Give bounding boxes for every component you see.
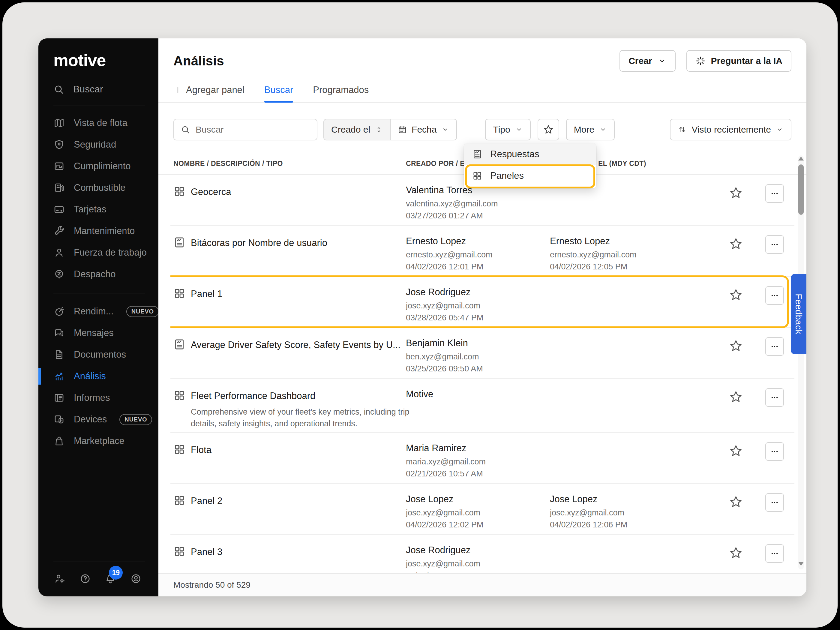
- sidebar-item-label: Fuerza de trabajo: [74, 247, 147, 258]
- favorite-star-button[interactable]: [729, 495, 743, 509]
- sidebar-item-combustible[interactable]: Combustible: [38, 177, 158, 199]
- row-actions-button[interactable]: [765, 388, 784, 407]
- modifier-name: Jose Lopez: [550, 494, 679, 505]
- card-icon: [54, 204, 65, 215]
- row-actions-button[interactable]: [765, 544, 784, 563]
- sidebar-item-mantenimiento[interactable]: Mantenimiento: [38, 220, 158, 242]
- creator-email: jose.xyz@gmail.com: [406, 508, 535, 518]
- help-icon[interactable]: [79, 573, 91, 584]
- favorite-star-button[interactable]: [729, 339, 743, 353]
- row-description: Comprehensive view of your fleet's key m…: [191, 406, 413, 429]
- created-date: 02/21/2026 10:57 AM: [406, 469, 535, 478]
- table-row-panel-2[interactable]: Panel 2 Jose Lopez jose.xyz@gmail.com 04…: [171, 483, 794, 535]
- search-icon: [54, 84, 64, 95]
- sidebar-item-vista-de-flota[interactable]: Vista de flota: [38, 112, 158, 134]
- ellipsis-icon: [770, 342, 779, 351]
- favorites-filter-button[interactable]: [538, 119, 559, 141]
- vertical-scrollbar[interactable]: [798, 155, 804, 569]
- created-date: 04/02/2026 12:02 PM: [406, 520, 535, 529]
- table-row-flota[interactable]: Flota Maria Ramirez maria.xyz@gmail.com …: [171, 433, 794, 483]
- favorite-star-button[interactable]: [729, 288, 743, 302]
- modified-date: 04/02/2026 12:05 PM: [550, 262, 679, 272]
- plus-icon: [174, 85, 182, 95]
- created-date: 03/25/2026 09:50 AM: [406, 364, 535, 374]
- sidebar-item-mensajes[interactable]: Mensajes: [38, 322, 158, 344]
- ellipsis-icon: [770, 291, 779, 300]
- sidebar-item-fuerza-de-trabajo[interactable]: Fuerza de trabajo: [38, 242, 158, 264]
- sidebar-item-rendimiento[interactable]: Rendim... NUEVO: [38, 301, 158, 322]
- modifier-name: Ernesto Lopez: [550, 236, 679, 246]
- dropdown-option-paneles[interactable]: Paneles: [464, 165, 597, 186]
- row-actions-button[interactable]: [765, 493, 784, 512]
- date-filter-button[interactable]: Fecha: [391, 119, 457, 141]
- sort-order-button[interactable]: Visto recientemente: [670, 119, 791, 141]
- scroll-up-arrow[interactable]: [798, 156, 804, 161]
- sidebar-item-cumplimiento[interactable]: Cumplimiento: [38, 155, 158, 177]
- favorite-star-button[interactable]: [729, 237, 743, 251]
- row-name: Average Driver Safety Score, Safety Even…: [191, 339, 401, 351]
- panel-type-icon: [174, 494, 185, 507]
- scrollbar-thumb[interactable]: [798, 164, 804, 215]
- row-actions-button[interactable]: [765, 235, 784, 254]
- sidebar-item-label: Combustible: [74, 182, 125, 193]
- row-actions-button[interactable]: [765, 442, 784, 461]
- tab-agregar-panel[interactable]: Agregar panel: [174, 85, 245, 102]
- sidebar-item-label: Vista de flota: [74, 118, 128, 128]
- favorite-star-button[interactable]: [729, 444, 743, 458]
- table-row-average-driver-safety[interactable]: Average Driver Safety Score, Safety Even…: [171, 328, 794, 379]
- ellipsis-icon: [770, 498, 779, 507]
- sidebar-item-label: Marketplace: [74, 436, 125, 447]
- created-on-sort-button[interactable]: Creado el: [324, 119, 391, 141]
- create-button[interactable]: Crear: [619, 50, 675, 72]
- sidebar-item-tarjetas[interactable]: Tarjetas: [38, 199, 158, 220]
- table-row-bitacoras[interactable]: Bitácoras por Nombre de usuario Ernesto …: [171, 226, 794, 276]
- search-icon: [181, 125, 190, 134]
- panel-type-icon: [174, 444, 185, 455]
- date-filter-label: Fecha: [412, 125, 436, 135]
- table-row-fleet-performance[interactable]: Fleet Performance Dashboard Comprehensiv…: [171, 379, 794, 433]
- dropdown-option-respuestas[interactable]: Respuestas: [464, 144, 597, 165]
- sidebar-item-documentos[interactable]: Documentos: [38, 344, 158, 365]
- creator-name: Benjamin Klein: [406, 338, 535, 349]
- user-settings-icon[interactable]: [54, 573, 65, 584]
- ask-ai-button[interactable]: Preguntar a la IA: [687, 50, 791, 72]
- row-actions-button[interactable]: [765, 337, 784, 356]
- gauge-icon: [54, 306, 65, 317]
- creator-name: Ernesto Lopez: [406, 236, 535, 246]
- table-row-panel-3[interactable]: Panel 3 Jose Rodriguez jose.xyz@gmail.co…: [171, 535, 794, 573]
- sidebar-item-despacho[interactable]: Despacho: [38, 264, 158, 285]
- arrows-up-down-icon: [678, 125, 687, 134]
- favorite-star-button[interactable]: [729, 390, 743, 404]
- notification-badge: 19: [109, 566, 123, 579]
- reports-icon: [54, 392, 65, 404]
- sidebar-item-analisis[interactable]: Análisis: [38, 365, 158, 387]
- sidebar-search[interactable]: Buscar: [54, 84, 158, 95]
- notifications-bell-icon[interactable]: 19: [105, 573, 116, 584]
- sidebar-item-marketplace[interactable]: Marketplace: [38, 430, 158, 452]
- sidebar-item-informes[interactable]: Informes: [38, 387, 158, 409]
- bag-icon: [54, 435, 65, 447]
- type-filter-button[interactable]: Tipo: [485, 119, 531, 141]
- created-by-cell: Ernesto Lopez ernesto.xyz@gmail.com 04/0…: [406, 236, 535, 272]
- created-by-cell: Valentina Torres valentina.xyz@gmail.com…: [406, 185, 535, 221]
- favorite-star-button[interactable]: [729, 546, 743, 560]
- table-row-panel-1[interactable]: Panel 1 Jose Rodriguez jose.xyz@gmail.co…: [171, 276, 794, 328]
- tab-programados[interactable]: Programados: [313, 85, 369, 102]
- more-filters-button[interactable]: More: [566, 119, 615, 141]
- row-actions-button[interactable]: [765, 286, 784, 305]
- feedback-tab[interactable]: Feedback: [791, 274, 807, 354]
- sidebar-item-devices[interactable]: Devices NUEVO: [38, 409, 158, 430]
- sidebar-divider: [54, 106, 145, 106]
- created-date: 03/28/2026 05:47 PM: [406, 313, 535, 322]
- sidebar-item-seguridad[interactable]: Seguridad: [38, 134, 158, 155]
- tab-buscar[interactable]: Buscar: [264, 85, 293, 102]
- fuel-icon: [54, 182, 65, 194]
- search-input[interactable]: [196, 125, 310, 135]
- row-actions-button[interactable]: [765, 184, 784, 203]
- created-on-label: Creado el: [331, 125, 370, 135]
- person-icon: [54, 247, 65, 258]
- sidebar-item-label: Mensajes: [74, 328, 114, 338]
- account-icon[interactable]: [130, 573, 142, 584]
- favorite-star-button[interactable]: [729, 186, 743, 200]
- scroll-down-arrow[interactable]: [798, 562, 804, 566]
